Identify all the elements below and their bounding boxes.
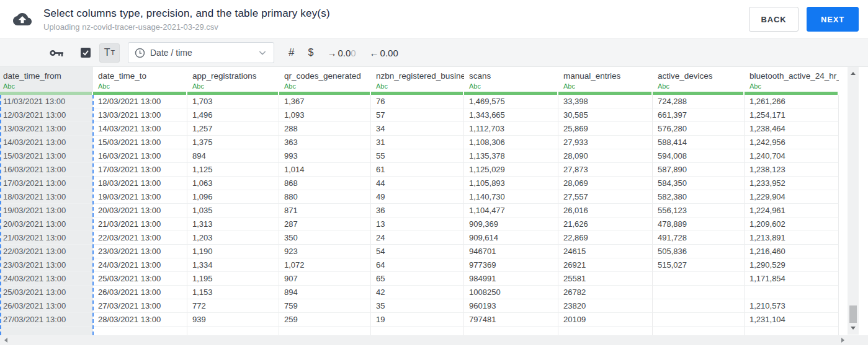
scroll-up-icon[interactable] [851,72,856,75]
cell [653,272,745,286]
cell: 34 [371,122,464,136]
column-header-scans[interactable]: scansAbc [464,67,558,92]
column-header-date_time_to[interactable]: date_time_toAbc [93,67,187,92]
cell: 28/03/2021 13:00 [93,313,187,327]
column-type-badge: Abc [376,82,464,90]
cell: 22/03/2021 13:00 [93,231,187,245]
cell: 772 [187,299,279,313]
cell: 880 [279,190,371,204]
primary-key-icon[interactable] [50,48,64,58]
cell: 18/03/2021 13:00 [93,177,187,190]
vertical-scrollbar[interactable] [848,67,859,335]
cell: 23/03/2021 13:00 [93,245,187,258]
cell: 28,090 [558,149,653,163]
page-title: Select columns type, precision, and the … [43,7,330,20]
next-button[interactable]: NEXT [807,7,859,32]
cell: 505,836 [653,245,745,258]
cell: 588,414 [653,136,745,149]
text-type-label-big: T [104,47,110,58]
cell: 1,290,529 [745,258,839,272]
text-type-button[interactable]: TT [99,43,120,63]
cell [187,327,279,335]
back-button[interactable]: BACK [749,7,799,32]
cell: 1,014 [279,163,371,177]
column-type-badge: Abc [749,82,839,90]
column-header-app_registrations[interactable]: app_registrationsAbc [187,67,279,92]
cell: 1,063 [187,177,279,190]
cell: 26921 [558,258,653,272]
horizontal-scrollbar[interactable] [0,335,868,345]
increase-decimal-button[interactable]: ←0.00 [370,48,398,58]
column-name: date_time_from [3,71,93,81]
column-type-badge: Abc [192,82,279,90]
cell: 16/03/2021 13:00 [93,149,187,163]
include-column-checkbox[interactable] [81,48,91,58]
cell: 287 [279,217,371,231]
cell: 21/03/2021 13:00 [93,217,187,231]
decrease-decimal-button[interactable]: →0.00 [327,48,356,58]
cell: 1,254,171 [745,108,839,122]
cell: 1,375 [187,136,279,149]
cell: 1,105,893 [464,177,558,190]
cell: 65 [371,272,464,286]
cell: 11/03/2021 13:00 [0,95,93,108]
column-type-badge: Abc [98,82,187,90]
cell: 13 [371,217,464,231]
cell: 12/03/2021 13:00 [93,95,187,108]
currency-type-button[interactable]: $ [308,47,313,58]
decimal-main: 0.00 [380,48,398,58]
cell: 13/03/2021 13:00 [0,122,93,136]
column-header-nzbn_registered_busine[interactable]: nzbn_registered_busineAbc [371,67,464,92]
cell: 1,213,891 [745,231,839,245]
table-row-10: 21/03/2021 13:0022/03/2021 13:001,203350… [0,231,839,245]
table-row-16: 27/03/2021 13:0028/03/2021 13:0093925919… [0,313,839,327]
vertical-scroll-thumb[interactable] [849,305,857,323]
cell: 13/03/2021 13:00 [93,108,187,122]
cell: 61 [371,163,464,177]
column-header-active_devices[interactable]: active_devicesAbc [653,67,745,92]
scroll-right-icon[interactable] [841,338,844,343]
cell: 26/03/2021 13:00 [0,299,93,313]
cell: 20/03/2021 13:00 [93,204,187,217]
table-row-5: 16/03/2021 13:0017/03/2021 13:001,1251,0… [0,163,839,177]
cell: 1,195 [187,272,279,286]
column-name: app_registrations [192,71,279,81]
import-wizard-window: Select columns type, precision, and the … [0,0,868,347]
cell: 594,008 [653,149,745,163]
table-row-4: 15/03/2021 13:0016/03/2021 13:0089499355… [0,149,839,163]
cell: 1,093 [279,108,371,122]
data-preview-table: date_time_fromAbcdate_time_toAbcapp_regi… [0,67,839,335]
scroll-down-icon[interactable] [851,327,856,330]
cell: 36 [371,204,464,217]
cell: 20/03/2021 13:00 [0,217,93,231]
cloud-upload-icon [13,9,33,29]
cell: 14/03/2021 13:00 [0,136,93,149]
number-type-button[interactable]: # [289,46,294,59]
cell: 946701 [464,245,558,258]
arrow-left-icon: ← [370,48,379,58]
arrow-right-icon: → [327,48,336,58]
cell: 21/03/2021 13:00 [0,231,93,245]
cell: 909,614 [464,231,558,245]
column-type-badge: Abc [284,82,371,90]
chevron-down-icon [257,48,267,58]
cell: 661,397 [653,108,745,122]
column-header-bluetooth_active_24_hr_[interactable]: bluetooth_active_24_hr_Abc [745,67,839,92]
cell: 25/03/2021 13:00 [93,272,187,286]
header-buttons: BACK NEXT [749,7,859,32]
cell: 25/03/2021 13:00 [0,286,93,299]
cell: 21,626 [558,217,653,231]
cell: 27/03/2021 13:00 [0,313,93,327]
cell: 25,869 [558,122,653,136]
cell: 12/03/2021 13:00 [0,108,93,122]
column-header-qr_codes_generated[interactable]: qr_codes_generatedAbc [279,67,371,92]
cell: 724,288 [653,95,745,108]
cell: 23/03/2021 13:00 [0,258,93,272]
cell: 1,261,266 [745,95,839,108]
datetime-type-dropdown[interactable]: Date / time [128,42,274,63]
column-header-date_time_from[interactable]: date_time_fromAbc [0,67,93,92]
cell: 1,035 [187,204,279,217]
column-header-manual_entries[interactable]: manual_entriesAbc [558,67,653,92]
cell: 582,380 [653,190,745,204]
scroll-left-icon[interactable] [4,338,7,343]
